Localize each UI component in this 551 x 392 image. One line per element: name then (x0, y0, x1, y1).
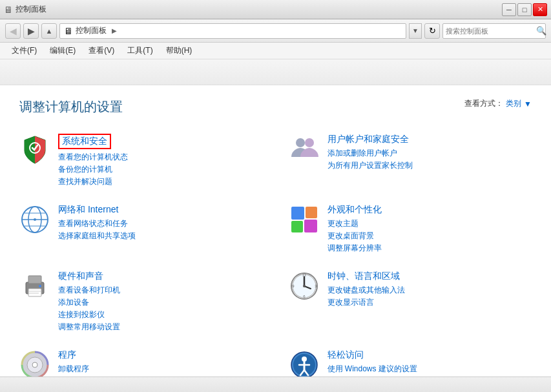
accessibility-icon (289, 349, 320, 377)
category-accessibility: 轻松访问 使用 Windows 建议的设置 优化视频显示 (289, 344, 532, 377)
title-bar-title: 控制面板 (16, 4, 47, 15)
user-accounts-links: 添加或删除用户帐户 为所有用户设置家长控制 (327, 148, 532, 171)
clock-title[interactable]: 时钟、语言和区域 (327, 271, 400, 282)
category-programs: 程序 卸载程序 (19, 344, 263, 377)
svg-point-8 (34, 218, 36, 221)
accessibility-text: 轻松访问 使用 Windows 建议的设置 优化视频显示 (327, 349, 532, 377)
category-user-accounts: 用户帐户和家庭安全 添加或删除用户帐户 为所有用户设置家长控制 (289, 129, 532, 192)
address-bar: 🖥 控制面板 ▶ (59, 23, 406, 39)
category-network: 网络和 Internet 查看网络状态和任务 选择家庭组和共享选项 (19, 199, 263, 259)
svg-rect-10 (306, 207, 317, 218)
hardware-link-3[interactable]: 调整常用移动设置 (58, 322, 263, 333)
address-dropdown[interactable]: ▼ (409, 23, 422, 39)
svg-point-16 (39, 285, 41, 287)
title-bar: 🖥 控制面板 ─ □ ✕ (0, 0, 551, 19)
appearance-link-2[interactable]: 调整屏幕分辨率 (327, 243, 532, 254)
hardware-link-2[interactable]: 连接到投影仪 (58, 309, 263, 320)
category-clock: 6 12 3 9 时钟、语言和区域 更改键盘或其他输入法 更改显示语言 (289, 265, 532, 338)
svg-point-30 (32, 362, 37, 367)
hardware-link-0[interactable]: 查看设备和打印机 (58, 285, 263, 296)
category-system-security: 系统和安全 查看您的计算机状态 备份您的计算机 查找并解决问题 (19, 129, 263, 192)
minimize-button[interactable]: ─ (502, 3, 516, 16)
menu-file[interactable]: 文件(F) (5, 43, 43, 58)
svg-rect-9 (291, 207, 304, 220)
accessibility-title[interactable]: 轻松访问 (327, 349, 364, 361)
close-button[interactable]: ✕ (533, 3, 547, 16)
search-bar: 🔍 (442, 23, 546, 39)
programs-link-0[interactable]: 卸载程序 (58, 364, 263, 375)
network-links: 查看网络状态和任务 选择家庭组和共享选项 (58, 218, 263, 242)
search-icon: 🔍 (536, 26, 546, 36)
back-button[interactable]: ◀ (5, 23, 21, 39)
toolbar (0, 59, 551, 85)
view-mode-value[interactable]: 类别 (506, 98, 521, 109)
category-hardware: 硬件和声音 查看设备和打印机 添加设备 连接到投影仪 调整常用移动设置 (19, 265, 263, 338)
network-title[interactable]: 网络和 Internet (58, 204, 118, 216)
programs-links: 卸载程序 (58, 364, 263, 375)
system-security-links: 查看您的计算机状态 备份您的计算机 查找并解决问题 (58, 152, 263, 187)
menu-tools[interactable]: 工具(T) (121, 43, 159, 58)
programs-icon (19, 349, 50, 377)
menu-help[interactable]: 帮助(H) (160, 43, 199, 58)
svg-point-23 (303, 285, 306, 287)
window-icon: 🖥 (4, 5, 13, 15)
title-bar-left: 🖥 控制面板 (4, 4, 47, 15)
appearance-title[interactable]: 外观和个性化 (327, 204, 382, 216)
system-security-link-2[interactable]: 查找并解决问题 (58, 176, 263, 187)
clock-link-0[interactable]: 更改键盘或其他输入法 (327, 285, 532, 296)
hardware-link-1[interactable]: 添加设备 (58, 297, 263, 308)
clock-icon: 6 12 3 9 (289, 271, 320, 302)
address-icon: 🖥 (64, 26, 73, 36)
svg-rect-14 (28, 276, 41, 284)
network-link-0[interactable]: 查看网络状态和任务 (58, 218, 263, 229)
appearance-icon (289, 204, 320, 235)
accessibility-link-1[interactable]: 优化视频显示 (327, 376, 532, 377)
user-accounts-title[interactable]: 用户帐户和家庭安全 (327, 134, 409, 145)
refresh-button[interactable]: ↻ (424, 23, 440, 39)
network-icon (19, 204, 50, 235)
address-arrow: ▶ (112, 27, 117, 34)
up-button[interactable]: ▲ (41, 23, 57, 39)
maximize-button[interactable]: □ (517, 3, 532, 16)
appearance-links: 更改主题 更改桌面背景 调整屏幕分辨率 (327, 218, 532, 254)
categories-grid: 系统和安全 查看您的计算机状态 备份您的计算机 查找并解决问题 (19, 129, 532, 377)
system-security-link-0[interactable]: 查看您的计算机状态 (58, 152, 263, 163)
hardware-title[interactable]: 硬件和声音 (58, 271, 103, 282)
network-link-1[interactable]: 选择家庭组和共享选项 (58, 231, 263, 242)
appearance-text: 外观和个性化 更改主题 更改桌面背景 调整屏幕分辨率 (327, 204, 532, 254)
programs-text: 程序 卸载程序 (58, 349, 263, 375)
appearance-link-1[interactable]: 更改桌面背景 (327, 231, 532, 242)
clock-links: 更改键盘或其他输入法 更改显示语言 (327, 285, 532, 308)
menu-view[interactable]: 查看(V) (82, 43, 121, 58)
view-mode: 查看方式： 类别 ▼ (464, 98, 532, 109)
network-text: 网络和 Internet 查看网络状态和任务 选择家庭组和共享选项 (58, 204, 263, 242)
svg-rect-11 (291, 221, 303, 232)
accessibility-links: 使用 Windows 建议的设置 优化视频显示 (327, 364, 532, 377)
hardware-text: 硬件和声音 查看设备和打印机 添加设备 连接到投影仪 调整常用移动设置 (58, 271, 263, 333)
system-security-icon (19, 134, 50, 165)
hardware-icon (19, 271, 50, 302)
clock-link-1[interactable]: 更改显示语言 (327, 297, 532, 308)
svg-point-2 (305, 138, 314, 147)
status-bar (0, 377, 551, 392)
page-title: 调整计算机的设置 (19, 98, 532, 116)
svg-text:12: 12 (302, 273, 306, 277)
main-content: 查看方式： 类别 ▼ 调整计算机的设置 系统和安全 查看您的计算机状态 备份您的 (0, 85, 551, 377)
title-bar-controls: ─ □ ✕ (502, 3, 547, 16)
view-mode-arrow[interactable]: ▼ (524, 99, 532, 108)
svg-rect-15 (28, 289, 41, 296)
system-security-title[interactable]: 系统和安全 (58, 134, 111, 149)
programs-title[interactable]: 程序 (58, 349, 76, 361)
forward-button[interactable]: ▶ (23, 23, 39, 39)
menu-edit[interactable]: 编辑(E) (43, 43, 82, 58)
accessibility-link-0[interactable]: 使用 Windows 建议的设置 (327, 364, 532, 375)
appearance-link-0[interactable]: 更改主题 (327, 218, 532, 229)
svg-rect-12 (304, 220, 317, 232)
user-accounts-link-1[interactable]: 为所有用户设置家长控制 (327, 160, 532, 171)
system-security-link-1[interactable]: 备份您的计算机 (58, 164, 263, 175)
system-security-text: 系统和安全 查看您的计算机状态 备份您的计算机 查找并解决问题 (58, 134, 263, 187)
user-accounts-text: 用户帐户和家庭安全 添加或删除用户帐户 为所有用户设置家长控制 (327, 134, 532, 171)
category-appearance: 外观和个性化 更改主题 更改桌面背景 调整屏幕分辨率 (289, 199, 532, 259)
user-accounts-link-0[interactable]: 添加或删除用户帐户 (327, 148, 532, 159)
search-input[interactable] (446, 27, 535, 35)
